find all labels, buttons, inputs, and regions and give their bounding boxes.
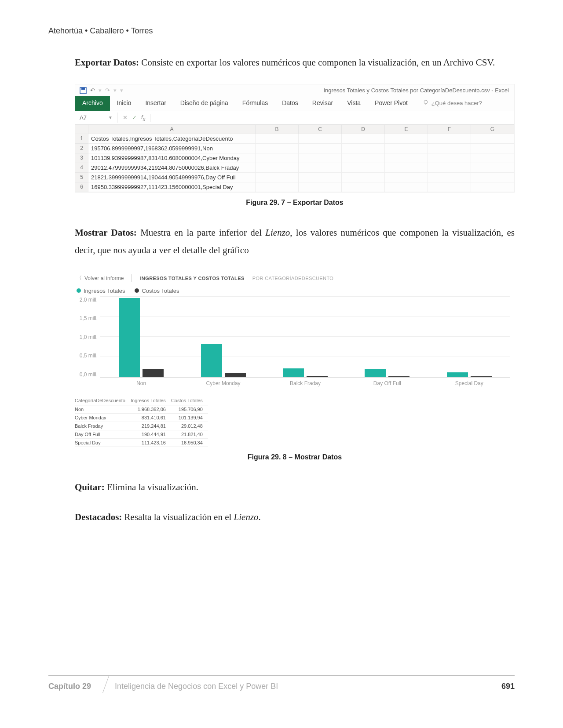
row-header[interactable]: 4 <box>75 163 88 173</box>
cell[interactable] <box>428 163 471 173</box>
cell[interactable] <box>256 173 299 182</box>
cell[interactable] <box>256 153 299 163</box>
cell[interactable] <box>299 182 342 192</box>
cell[interactable] <box>385 182 428 192</box>
table-header[interactable]: CategoríaDeDescuento <box>75 396 131 405</box>
cell[interactable] <box>299 163 342 173</box>
back-to-report-button[interactable]: 〈 Volver al informe <box>77 274 124 282</box>
col-header-a[interactable]: A <box>88 125 256 134</box>
xtick: Non <box>100 379 182 389</box>
table-row[interactable]: Cyber Monday831.410,61101.139,94 <box>75 413 208 422</box>
cell-a2[interactable]: 195706.8999999997,1968362.0599999991,Non <box>88 144 256 153</box>
cell[interactable] <box>299 153 342 163</box>
table-row[interactable]: Day Off Full190.444,9121.821,40 <box>75 430 208 438</box>
table-header[interactable]: Ingresos Totales <box>131 396 171 405</box>
cell[interactable] <box>428 182 471 192</box>
col-header-b[interactable]: B <box>256 125 299 134</box>
cell[interactable] <box>342 173 385 182</box>
legend-item-ingresos[interactable]: Ingresos Totales <box>77 288 125 294</box>
cell[interactable] <box>299 144 342 153</box>
table-header[interactable]: Costos Totales <box>171 396 208 405</box>
cell[interactable] <box>385 134 428 144</box>
cell[interactable] <box>256 182 299 192</box>
cell-a3[interactable]: 101139.93999999987,831410.6080000004,Cyb… <box>88 153 256 163</box>
bar-ingresos[interactable] <box>201 344 222 377</box>
tab-vista[interactable]: Vista <box>340 96 368 111</box>
cell[interactable] <box>256 144 299 153</box>
redo-dropdown-icon[interactable]: ▾ <box>113 87 117 94</box>
bar-ingresos[interactable] <box>365 369 386 377</box>
bar-costos[interactable] <box>388 376 409 377</box>
row-header[interactable]: 5 <box>75 173 88 182</box>
tab-diseno-pagina[interactable]: Diseño de página <box>173 96 235 111</box>
row-header[interactable]: 3 <box>75 153 88 163</box>
legend-item-costos[interactable]: Costos Totales <box>135 288 179 294</box>
cell[interactable] <box>385 153 428 163</box>
cell[interactable] <box>342 134 385 144</box>
cell-a5[interactable]: 21821.399999999914,190444.90549999976,Da… <box>88 173 256 182</box>
undo-dropdown-icon[interactable]: ▾ <box>99 87 102 94</box>
name-box[interactable]: A7 ▼ <box>75 113 117 123</box>
bar-ingresos[interactable] <box>119 298 140 377</box>
bar-costos[interactable] <box>471 376 492 377</box>
save-icon[interactable] <box>80 87 87 94</box>
row-header[interactable]: 2 <box>75 144 88 153</box>
tab-insertar[interactable]: Insertar <box>138 96 173 111</box>
bar-costos[interactable] <box>307 376 328 377</box>
cell[interactable] <box>342 182 385 192</box>
table-row[interactable]: Special Day111.423,1616.950,34 <box>75 438 208 447</box>
tab-datos[interactable]: Datos <box>275 96 305 111</box>
cell[interactable] <box>471 134 514 144</box>
cell[interactable] <box>299 173 342 182</box>
cell[interactable] <box>256 163 299 173</box>
cell[interactable] <box>428 153 471 163</box>
cell[interactable] <box>428 134 471 144</box>
row-header[interactable]: 1 <box>75 134 88 144</box>
fx-icon[interactable]: fx <box>141 114 145 122</box>
cell[interactable] <box>471 153 514 163</box>
cell[interactable] <box>385 173 428 182</box>
cell[interactable] <box>342 163 385 173</box>
formula-bar[interactable] <box>151 111 514 124</box>
redo-icon[interactable]: ↷ <box>105 87 110 94</box>
col-header-f[interactable]: F <box>428 125 471 134</box>
undo-icon[interactable]: ↶ <box>90 87 95 94</box>
col-header-e[interactable]: E <box>385 125 428 134</box>
enter-formula-icon[interactable]: ✓ <box>132 114 137 121</box>
cell[interactable] <box>428 173 471 182</box>
cell[interactable] <box>471 173 514 182</box>
tab-formulas[interactable]: Fórmulas <box>235 96 275 111</box>
bar-costos[interactable] <box>143 369 164 377</box>
cell[interactable] <box>471 182 514 192</box>
chevron-down-icon[interactable]: ▼ <box>108 115 113 120</box>
cell-a4[interactable]: 29012.479999999934,219244.80750000026,Ba… <box>88 163 256 173</box>
table-row[interactable]: Balck Fraday219.244,8129.012,48 <box>75 422 208 430</box>
tab-power-pivot[interactable]: Power Pivot <box>368 96 415 111</box>
col-header-g[interactable]: G <box>471 125 514 134</box>
tab-inicio[interactable]: Inicio <box>110 96 139 111</box>
cell[interactable] <box>342 153 385 163</box>
col-header-d[interactable]: D <box>342 125 385 134</box>
cell[interactable] <box>471 163 514 173</box>
cell-a6[interactable]: 16950.339999999927,111423.1560000001,Spe… <box>88 182 256 192</box>
cell[interactable] <box>385 144 428 153</box>
select-all-corner[interactable] <box>75 125 88 134</box>
cell[interactable] <box>428 144 471 153</box>
cell[interactable] <box>299 134 342 144</box>
cell[interactable] <box>342 144 385 153</box>
bar-ingresos[interactable] <box>447 372 468 377</box>
tell-me-box[interactable]: ¿Qué desea hacer? <box>418 96 486 111</box>
cell[interactable] <box>471 144 514 153</box>
table-row[interactable]: Non1.968.362,06195.706,90 <box>75 405 208 413</box>
cell-a1[interactable]: Costos Totales,Ingresos Totales,Categorí… <box>88 134 256 144</box>
qat-customize-icon[interactable]: ▾ <box>120 87 123 94</box>
cell[interactable] <box>256 134 299 144</box>
tab-archivo[interactable]: Archivo <box>75 96 110 111</box>
col-header-c[interactable]: C <box>299 125 342 134</box>
cancel-formula-icon[interactable]: ✕ <box>123 114 128 121</box>
bar-costos[interactable] <box>225 373 246 377</box>
row-header[interactable]: 6 <box>75 182 88 192</box>
tab-revisar[interactable]: Revisar <box>305 96 340 111</box>
cell[interactable] <box>385 163 428 173</box>
bar-ingresos[interactable] <box>283 368 304 377</box>
